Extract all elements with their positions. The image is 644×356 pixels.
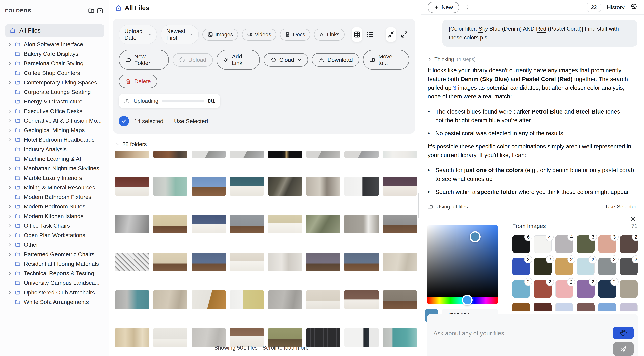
image-color-swatch[interactable]: 2 xyxy=(577,258,594,275)
hue-slider-handle[interactable] xyxy=(462,295,472,305)
grid-view-button[interactable] xyxy=(352,27,362,41)
image-color-swatch[interactable]: 2 xyxy=(598,258,616,275)
send-button[interactable] xyxy=(613,342,634,356)
collapse-sidebar-button[interactable] xyxy=(96,6,104,15)
file-thumbnail[interactable] xyxy=(306,252,340,271)
sidebar-folder-item[interactable]: University Campus Landsca... xyxy=(5,278,104,288)
folders-section-toggle[interactable]: 28 folders xyxy=(116,141,420,147)
chevron-right-icon[interactable] xyxy=(8,90,12,94)
sidebar-folder-item[interactable]: Energy & Infrastructure xyxy=(5,97,104,106)
image-color-swatch[interactable]: 2 xyxy=(555,280,573,298)
file-thumbnail[interactable] xyxy=(115,151,149,158)
image-color-swatch[interactable] xyxy=(620,303,638,311)
file-thumbnail[interactable] xyxy=(344,252,379,271)
image-color-swatch[interactable]: 2 xyxy=(620,258,638,275)
image-color-swatch[interactable] xyxy=(620,280,638,298)
sidebar-folder-item[interactable]: Aion Software Interface xyxy=(5,39,104,49)
sidebar-folder-item[interactable]: Bakery Cafe Displays xyxy=(5,49,104,59)
chevron-right-icon[interactable] xyxy=(8,128,12,132)
file-thumbnail[interactable] xyxy=(115,177,149,195)
image-color-swatch[interactable] xyxy=(555,303,573,311)
file-thumbnail[interactable] xyxy=(192,290,226,309)
file-thumbnail[interactable] xyxy=(115,290,149,309)
sidebar-folder-item[interactable]: Marble Luxury Interiors xyxy=(5,173,104,183)
list-view-button[interactable] xyxy=(366,27,375,41)
file-thumbnail[interactable] xyxy=(230,177,264,195)
image-color-swatch[interactable]: 2 xyxy=(620,235,638,253)
file-thumbnail[interactable] xyxy=(153,252,188,271)
use-selected-button[interactable]: Use Selected xyxy=(606,204,638,210)
scrollbar-thumb[interactable] xyxy=(418,192,419,218)
add-link-button[interactable]: Add Link xyxy=(216,50,260,70)
sidebar-folder-item[interactable]: Office Task Chairs xyxy=(5,221,104,230)
chevron-right-icon[interactable] xyxy=(8,119,12,123)
file-thumbnail[interactable] xyxy=(192,215,226,233)
sidebar-folder-item[interactable]: Corporate Lounge Seating xyxy=(5,87,104,97)
sidebar-folder-item[interactable]: Machine Learning & AI xyxy=(5,154,104,164)
file-thumbnail[interactable] xyxy=(268,177,302,195)
file-thumbnail[interactable] xyxy=(344,328,379,347)
sidebar-folder-item[interactable]: Hotel Bedroom Headboards xyxy=(5,135,104,145)
cloud-button[interactable]: Cloud xyxy=(264,53,308,67)
file-thumbnail[interactable] xyxy=(192,177,226,195)
chevron-right-icon[interactable] xyxy=(8,71,12,75)
file-thumbnail[interactable] xyxy=(383,215,417,233)
gradient-selector-handle[interactable] xyxy=(470,231,481,242)
chevron-right-icon[interactable] xyxy=(8,233,12,237)
chevron-right-icon[interactable] xyxy=(8,291,12,294)
history-button[interactable]: History xyxy=(607,4,624,10)
file-thumbnail[interactable] xyxy=(344,215,379,233)
file-thumbnail[interactable] xyxy=(306,290,340,309)
sidebar-folder-item[interactable]: Generative AI & Diffusion Mo... xyxy=(5,116,104,125)
chevron-right-icon[interactable] xyxy=(8,214,12,218)
file-thumbnail[interactable] xyxy=(268,215,302,233)
image-color-swatch[interactable] xyxy=(534,303,552,311)
file-thumbnail[interactable] xyxy=(153,151,188,158)
file-thumbnail[interactable] xyxy=(115,252,149,271)
thinking-toggle[interactable]: Thinking (4 steps) xyxy=(428,56,637,62)
chat-composer[interactable]: Ask about any of your files... xyxy=(427,314,638,356)
file-thumbnail[interactable] xyxy=(115,215,149,233)
image-color-swatch[interactable]: 2 xyxy=(555,258,573,275)
file-thumbnail[interactable] xyxy=(192,151,226,158)
file-thumbnail[interactable] xyxy=(153,290,188,309)
file-thumbnail[interactable] xyxy=(230,215,264,233)
chevron-right-icon[interactable] xyxy=(8,300,12,304)
chevron-right-icon[interactable] xyxy=(8,62,12,65)
chevron-right-icon[interactable] xyxy=(8,138,12,142)
chevron-right-icon[interactable] xyxy=(8,52,12,56)
sidebar-folder-item[interactable]: Open Plan Workstations xyxy=(5,230,104,240)
image-color-swatch[interactable]: 4 xyxy=(534,235,552,253)
sidebar-folder-item[interactable]: Executive Office Desks xyxy=(5,106,104,116)
file-thumbnail[interactable] xyxy=(153,215,188,233)
chevron-right-icon[interactable] xyxy=(8,42,12,46)
sidebar-item-all-files[interactable]: All Files xyxy=(5,24,104,37)
sidebar-folder-item[interactable]: Modern Bedroom Suites xyxy=(5,202,104,211)
move-to-button[interactable]: Move to... xyxy=(363,50,409,70)
file-thumbnail[interactable] xyxy=(383,177,417,195)
sort-field-dropdown[interactable]: Upload Date xyxy=(119,25,157,44)
expand-panel-button[interactable] xyxy=(400,27,409,41)
sidebar-folder-item[interactable]: Geological Mining Maps xyxy=(5,125,104,135)
sidebar-folder-item[interactable]: White Sofa Arrangements xyxy=(5,297,104,307)
image-color-swatch[interactable]: 2 xyxy=(512,280,530,298)
sidebar-folder-item[interactable]: Barcelona Chair Styling xyxy=(5,59,104,68)
sidebar-folder-item[interactable]: Contemporary Living Spaces xyxy=(5,78,104,87)
new-folder-icon-button[interactable] xyxy=(87,6,96,15)
chevron-right-icon[interactable] xyxy=(8,272,12,275)
file-thumbnail[interactable] xyxy=(268,290,302,309)
filter-chip-images[interactable]: Images xyxy=(202,29,238,40)
image-color-swatch[interactable] xyxy=(577,303,594,311)
file-thumbnail[interactable] xyxy=(230,290,264,309)
new-chat-button[interactable]: New xyxy=(428,1,459,13)
chevron-right-icon[interactable] xyxy=(8,195,12,199)
chevron-right-icon[interactable] xyxy=(8,262,12,266)
file-thumbnail[interactable] xyxy=(383,328,417,347)
sidebar-folder-item[interactable]: Coffee Shop Counters xyxy=(5,68,104,78)
file-thumbnail[interactable] xyxy=(306,328,340,347)
sidebar-folder-item[interactable]: Upholstered Club Armchairs xyxy=(5,288,104,297)
more-options-button[interactable] xyxy=(465,4,471,10)
image-color-swatch[interactable] xyxy=(598,303,616,311)
file-thumbnail[interactable] xyxy=(383,252,417,271)
filter-chip-videos[interactable]: Videos xyxy=(242,29,276,40)
